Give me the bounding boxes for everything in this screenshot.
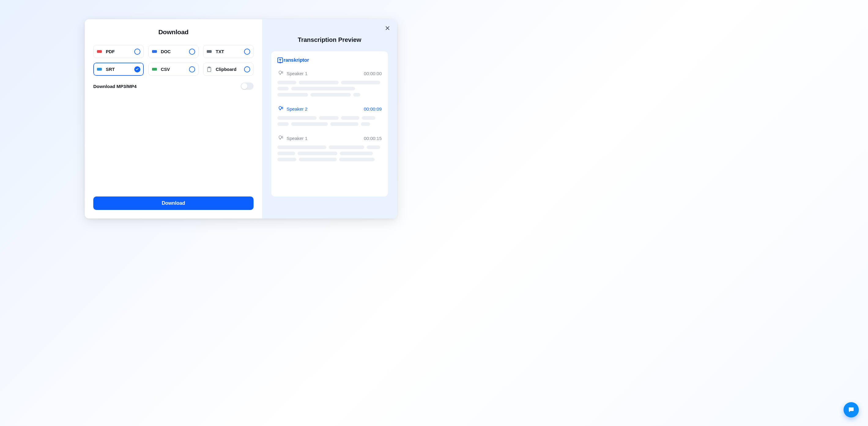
speaker-name: Speaker 1 bbox=[286, 71, 361, 76]
doc-file-icon bbox=[152, 50, 157, 54]
chat-fab[interactable] bbox=[843, 402, 859, 418]
speaker-icon bbox=[277, 70, 283, 77]
timestamp: 00:00:09 bbox=[364, 106, 382, 111]
format-radio bbox=[189, 48, 195, 55]
brand-logo: ranskriptor bbox=[277, 58, 309, 63]
csv-file-icon bbox=[152, 67, 157, 71]
format-label: CSV bbox=[161, 67, 189, 72]
format-option-clipboard[interactable]: Clipboard bbox=[203, 63, 253, 76]
download-media-toggle[interactable] bbox=[241, 83, 253, 90]
download-title: Download bbox=[93, 28, 253, 36]
download-modal: Download PDFDOCTXTSRTCSVClipboard Downlo… bbox=[85, 19, 397, 219]
speaker-name: Speaker 1 bbox=[286, 136, 361, 141]
transcript-segment: Speaker 200:00:09 bbox=[277, 105, 382, 126]
format-label: PDF bbox=[106, 49, 134, 54]
txt-file-icon bbox=[207, 50, 212, 54]
preview-pane: Transcription Preview ranskriptor Speake… bbox=[262, 19, 397, 219]
format-label: TXT bbox=[216, 49, 244, 54]
download-media-label: Download MP3/MP4 bbox=[93, 84, 137, 89]
format-option-srt[interactable]: SRT bbox=[93, 63, 144, 76]
format-radio bbox=[244, 66, 250, 72]
format-label: DOC bbox=[161, 49, 189, 54]
format-label: SRT bbox=[106, 67, 134, 72]
pdf-file-icon bbox=[97, 50, 102, 54]
format-option-pdf[interactable]: PDF bbox=[93, 45, 144, 58]
segment-header: Speaker 100:00:00 bbox=[277, 70, 382, 77]
timestamp: 00:00:00 bbox=[364, 71, 382, 76]
brand-mark-icon bbox=[277, 58, 283, 63]
speaker-name: Speaker 2 bbox=[286, 106, 361, 111]
brand-text: ranskriptor bbox=[283, 58, 309, 63]
format-radio bbox=[134, 48, 141, 55]
toggle-knob bbox=[241, 83, 247, 89]
format-label: Clipboard bbox=[216, 67, 244, 72]
placeholder-lines bbox=[277, 81, 382, 97]
close-button[interactable] bbox=[383, 24, 392, 32]
format-radio bbox=[134, 66, 141, 72]
timestamp: 00:00:15 bbox=[364, 136, 382, 141]
transcript-segment: Speaker 100:00:00 bbox=[277, 70, 382, 97]
placeholder-lines bbox=[277, 116, 382, 126]
speaker-icon bbox=[277, 134, 283, 142]
format-grid: PDFDOCTXTSRTCSVClipboard bbox=[93, 45, 253, 76]
format-option-csv[interactable]: CSV bbox=[148, 63, 199, 76]
speaker-icon bbox=[277, 105, 283, 112]
segment-header: Speaker 100:00:15 bbox=[277, 134, 382, 142]
format-radio bbox=[189, 66, 195, 72]
preview-card: ranskriptor Speaker 100:00:00Speaker 200… bbox=[271, 51, 388, 196]
download-pane: Download PDFDOCTXTSRTCSVClipboard Downlo… bbox=[85, 19, 262, 219]
srt-file-icon bbox=[97, 67, 102, 71]
transcript-segment: Speaker 100:00:15 bbox=[277, 134, 382, 161]
format-option-txt[interactable]: TXT bbox=[203, 45, 253, 58]
chat-icon bbox=[847, 406, 855, 414]
format-radio bbox=[244, 48, 250, 55]
preview-title: Transcription Preview bbox=[271, 36, 388, 43]
transcript-segments: Speaker 100:00:00Speaker 200:00:09Speake… bbox=[277, 70, 382, 161]
placeholder-lines bbox=[277, 145, 382, 161]
download-button[interactable]: Download bbox=[93, 196, 253, 210]
close-icon bbox=[385, 26, 390, 31]
clipboard-file-icon bbox=[207, 67, 212, 71]
download-media-row: Download MP3/MP4 bbox=[93, 83, 253, 90]
segment-header: Speaker 200:00:09 bbox=[277, 105, 382, 112]
format-option-doc[interactable]: DOC bbox=[148, 45, 199, 58]
